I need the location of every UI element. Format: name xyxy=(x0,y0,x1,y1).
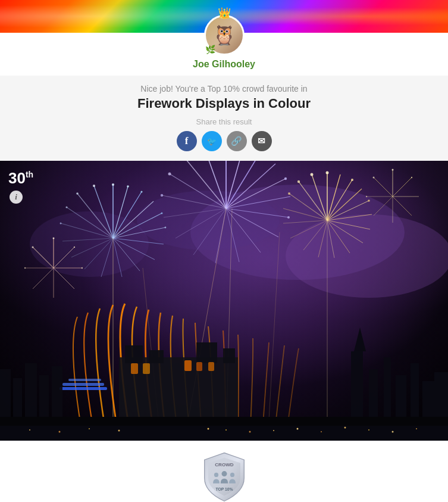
fireworks-svg xyxy=(0,161,448,441)
crowd-badge: CROWD TOP 10% xyxy=(198,450,251,502)
svg-point-79 xyxy=(297,180,300,183)
svg-point-126 xyxy=(89,428,90,429)
svg-point-128 xyxy=(29,429,30,431)
svg-line-143 xyxy=(393,177,412,197)
bottom-section: CROWD TOP 10% Top 10% xyxy=(0,441,448,502)
svg-line-134 xyxy=(33,268,54,289)
facebook-icon: f xyxy=(185,135,189,147)
svg-point-140 xyxy=(24,267,26,269)
svg-marker-107 xyxy=(354,328,366,351)
svg-point-124 xyxy=(416,428,417,429)
svg-line-145 xyxy=(393,197,412,216)
svg-point-137 xyxy=(53,238,55,239)
svg-point-52 xyxy=(287,216,290,219)
svg-point-123 xyxy=(392,431,394,433)
svg-rect-88 xyxy=(62,383,104,386)
svg-point-51 xyxy=(284,177,287,180)
svg-point-23 xyxy=(127,185,129,188)
svg-rect-93 xyxy=(196,342,217,363)
svg-point-125 xyxy=(118,430,120,432)
email-share-button[interactable]: ✉ xyxy=(252,131,272,151)
svg-point-156 xyxy=(214,473,218,477)
result-section: Nice job! You're a Top 10% crowd favouri… xyxy=(0,76,448,161)
svg-rect-95 xyxy=(131,363,138,374)
svg-rect-94 xyxy=(223,348,235,363)
svg-point-122 xyxy=(368,429,369,431)
svg-point-27 xyxy=(60,223,62,225)
svg-point-138 xyxy=(74,247,75,248)
svg-point-118 xyxy=(273,430,274,431)
svg-point-151 xyxy=(411,177,412,178)
svg-text:CROWD: CROWD xyxy=(215,462,234,467)
rank-badge: 30th xyxy=(8,169,33,188)
svg-point-127 xyxy=(59,431,61,433)
svg-point-115 xyxy=(208,428,209,430)
main-image-section: 30th i xyxy=(0,161,448,441)
user-name: Joe Gilhooley xyxy=(0,59,448,70)
svg-point-150 xyxy=(392,169,394,171)
svg-rect-96 xyxy=(143,363,150,374)
svg-point-141 xyxy=(32,247,34,248)
rank-suffix: th xyxy=(26,170,33,179)
svg-rect-91 xyxy=(125,345,143,363)
result-subtitle: Nice job! You're a Top 10% crowd favouri… xyxy=(12,84,436,93)
svg-point-30 xyxy=(93,185,95,187)
twitter-share-button[interactable]: 🐦 xyxy=(202,131,222,151)
crown-icon: 👑 xyxy=(218,7,231,20)
svg-text:TOP 10%: TOP 10% xyxy=(215,487,233,491)
svg-rect-114 xyxy=(0,426,448,441)
share-label: Share this result xyxy=(12,117,436,126)
svg-point-78 xyxy=(288,192,290,195)
copy-link-button[interactable]: 🔗 xyxy=(227,131,247,151)
profile-section: 👑 🦉 🌿 Joe Gilhooley xyxy=(0,33,448,76)
svg-rect-98 xyxy=(196,362,202,371)
svg-point-120 xyxy=(321,431,322,432)
twitter-icon: 🐦 xyxy=(207,137,217,146)
svg-point-25 xyxy=(161,213,163,214)
svg-point-76 xyxy=(351,179,353,181)
svg-point-26 xyxy=(165,227,167,229)
fireworks-canvas: 30th i xyxy=(0,161,448,441)
svg-point-157 xyxy=(230,473,234,477)
badge-shield-svg: CROWD TOP 10% xyxy=(198,450,251,502)
svg-rect-92 xyxy=(149,350,164,363)
svg-point-24 xyxy=(140,191,142,192)
svg-rect-97 xyxy=(184,360,192,371)
svg-point-3 xyxy=(30,211,149,277)
svg-rect-99 xyxy=(208,362,214,371)
svg-point-28 xyxy=(65,206,67,208)
svg-point-22 xyxy=(112,183,114,186)
svg-point-117 xyxy=(249,431,251,433)
svg-point-152 xyxy=(366,196,367,197)
svg-rect-87 xyxy=(59,387,107,390)
svg-point-116 xyxy=(225,429,227,431)
info-button[interactable]: i xyxy=(10,191,23,204)
share-buttons: f 🐦 🔗 ✉ xyxy=(12,131,436,151)
svg-point-77 xyxy=(368,199,370,202)
svg-point-53 xyxy=(161,194,163,197)
rank-number: 30 xyxy=(8,169,26,187)
email-icon: ✉ xyxy=(258,136,265,146)
svg-point-29 xyxy=(76,192,79,195)
svg-point-80 xyxy=(311,173,314,176)
svg-point-2 xyxy=(137,191,280,250)
svg-point-121 xyxy=(344,427,346,429)
svg-point-1 xyxy=(286,214,448,298)
holly-icon: 🌿 xyxy=(205,45,215,54)
svg-point-54 xyxy=(168,173,171,176)
svg-point-119 xyxy=(297,428,299,430)
facebook-share-button[interactable]: f xyxy=(177,131,197,151)
svg-point-155 xyxy=(221,471,227,476)
svg-rect-89 xyxy=(68,379,101,381)
svg-point-75 xyxy=(326,172,329,174)
svg-line-149 xyxy=(374,177,393,197)
svg-point-153 xyxy=(373,177,375,179)
result-title: Firework Displays in Colour xyxy=(12,96,436,111)
link-icon: 🔗 xyxy=(231,136,242,146)
avatar-wrap: 👑 🦉 🌿 xyxy=(204,15,245,55)
svg-point-139 xyxy=(82,267,83,269)
